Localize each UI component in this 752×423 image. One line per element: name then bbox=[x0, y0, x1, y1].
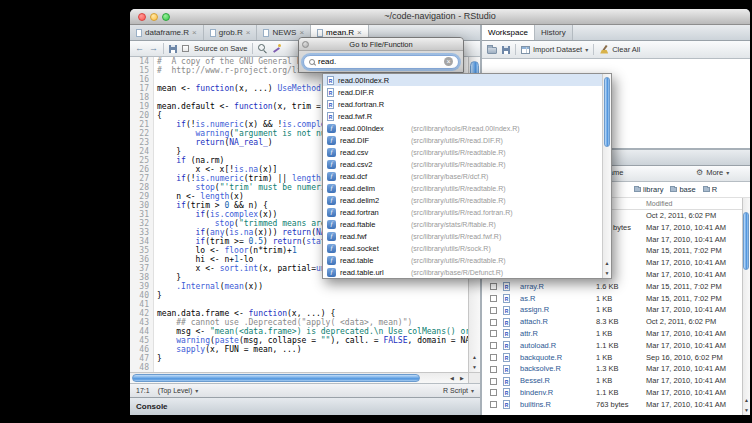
row-checkbox[interactable] bbox=[490, 283, 497, 290]
console-pane-header[interactable]: Console bbox=[130, 397, 480, 415]
close-icon[interactable]: × bbox=[192, 29, 197, 37]
file-name[interactable]: autoload.R bbox=[520, 340, 556, 352]
file-row[interactable]: Rattr.R1 KBMar 17, 2010, 10:41 AM bbox=[482, 328, 742, 340]
goto-result-function[interactable]: fread.socket(src/library/utils/R/sock.R) bbox=[323, 242, 611, 254]
modified-column-header[interactable]: Modified bbox=[646, 200, 672, 207]
forward-icon[interactable]: → bbox=[149, 44, 158, 53]
file-row[interactable]: Rbacksolve.R1.3 KBMar 17, 2010, 10:41 AM bbox=[482, 363, 742, 375]
files-vertical-scrollbar[interactable]: ▲ ▼ bbox=[742, 198, 750, 415]
goto-result-file[interactable]: Rread.00Index.R bbox=[323, 74, 611, 86]
code-line[interactable]: mean.data.frame <- function(x, ...) { bbox=[157, 309, 468, 318]
goto-search-input[interactable]: read. × bbox=[303, 55, 459, 69]
code-line[interactable] bbox=[157, 363, 468, 372]
goto-result-file[interactable]: Rread.fortran.R bbox=[323, 98, 611, 110]
code-line[interactable]: warning(paste(msg, collapse = ""), call.… bbox=[157, 336, 468, 345]
scrollbar-thumb[interactable] bbox=[604, 77, 610, 147]
file-row[interactable]: Ras.R1 KBMar 15, 2011, 7:02 PM bbox=[482, 293, 742, 305]
find-replace-icon[interactable] bbox=[258, 44, 267, 53]
goto-result-function[interactable]: fread.csv(src/library/utils/R/readtable.… bbox=[323, 146, 611, 158]
row-checkbox[interactable] bbox=[490, 354, 497, 361]
breadcrumb-segment[interactable]: library bbox=[634, 185, 663, 194]
file-row[interactable]: Rassign.R1 KBMar 17, 2010, 10:41 AM bbox=[482, 304, 742, 316]
code-line[interactable]: } bbox=[157, 291, 468, 300]
scroll-up-arrow[interactable]: ▲ bbox=[603, 258, 611, 268]
code-line[interactable]: ## cannot use .Deprecated("apply( <data>… bbox=[157, 318, 468, 327]
code-line[interactable]: sapply(x, FUN = mean, ...) bbox=[157, 345, 468, 354]
goto-result-function[interactable]: fread.dcf(src/library/base/R/dcf.R) bbox=[323, 170, 611, 182]
minimize-window-button[interactable] bbox=[150, 13, 158, 21]
file-name[interactable]: backsolve.R bbox=[520, 363, 561, 375]
close-icon[interactable]: × bbox=[357, 29, 362, 37]
goto-result-function[interactable]: fread.delim2(src/library/utils/R/readtab… bbox=[323, 194, 611, 206]
scroll-right-arrow[interactable]: ▶ bbox=[457, 373, 467, 383]
file-row[interactable]: Rattach.R8.3 KBOct 2, 2011, 6:02 PM bbox=[482, 316, 742, 328]
file-row[interactable]: Rautoload.R1.1 KBMar 17, 2010, 10:41 AM bbox=[482, 340, 742, 352]
file-row[interactable]: Rarray.R1.6 KBMar 15, 2011, 7:02 PM bbox=[482, 281, 742, 293]
goto-result-function[interactable]: fread.delim(src/library/utils/R/readtabl… bbox=[323, 182, 611, 194]
goto-result-function[interactable]: fread.DIF(src/library/utils/R/read.DIF.R… bbox=[323, 134, 611, 146]
code-line[interactable] bbox=[157, 300, 468, 309]
back-icon[interactable]: ← bbox=[135, 44, 144, 53]
file-name[interactable]: as.R bbox=[520, 293, 535, 305]
window-titlebar[interactable]: ~/code-navigation - RStudio bbox=[130, 9, 750, 25]
file-name[interactable]: attr.R bbox=[520, 328, 538, 340]
scroll-down-arrow[interactable]: ▼ bbox=[743, 405, 750, 415]
file-row[interactable]: RBessel.R1 KBMar 17, 2010, 10:41 AM bbox=[482, 375, 742, 387]
scope-selector[interactable]: (Top Level) ▾ bbox=[158, 387, 199, 394]
row-checkbox[interactable] bbox=[490, 389, 497, 396]
workspace-tab[interactable]: Workspace bbox=[482, 25, 535, 40]
close-icon[interactable]: × bbox=[299, 29, 304, 37]
file-name[interactable]: attach.R bbox=[520, 316, 548, 328]
goto-result-function[interactable]: fread.fortran(src/library/utils/R/read.f… bbox=[323, 206, 611, 218]
row-checkbox[interactable] bbox=[490, 319, 497, 326]
goto-result-function[interactable]: fread.table.url(src/library/base/R/Defun… bbox=[323, 266, 611, 278]
clear-all-button[interactable]: Clear All bbox=[599, 45, 640, 55]
breadcrumb-segment[interactable]: R bbox=[703, 185, 717, 194]
file-type-selector[interactable]: R Script ▾ bbox=[443, 387, 474, 394]
file-row[interactable]: Rbackquote.R1 KBSep 16, 2010, 6:02 PM bbox=[482, 352, 742, 364]
import-dataset-button[interactable]: Import Dataset ▾ bbox=[521, 45, 588, 54]
scroll-left-arrow[interactable]: ◀ bbox=[447, 373, 457, 383]
code-tools-icon[interactable] bbox=[272, 44, 281, 53]
scroll-down-arrow[interactable]: ▼ bbox=[603, 268, 611, 278]
code-line[interactable]: msg <- "mean(<data.frame>) is deprecated… bbox=[157, 327, 468, 336]
load-workspace-icon[interactable] bbox=[487, 47, 497, 54]
goto-result-function[interactable]: fread.table(src/library/utils/R/readtabl… bbox=[323, 254, 611, 266]
goto-popup-titlebar[interactable]: Go to File/Function bbox=[299, 38, 463, 51]
row-checkbox[interactable] bbox=[490, 307, 497, 314]
popup-close-button[interactable] bbox=[302, 41, 309, 48]
file-name[interactable]: array.R bbox=[520, 281, 544, 293]
save-workspace-icon[interactable] bbox=[502, 46, 510, 54]
file-name[interactable]: bindenv.R bbox=[520, 387, 553, 399]
row-checkbox[interactable] bbox=[490, 366, 497, 373]
scroll-up-arrow[interactable]: ▲ bbox=[469, 352, 480, 362]
save-icon[interactable] bbox=[169, 45, 177, 53]
source-on-save-checkbox[interactable] bbox=[182, 45, 189, 52]
goto-result-function[interactable]: fread.csv2(src/library/utils/R/readtable… bbox=[323, 158, 611, 170]
row-checkbox[interactable] bbox=[490, 295, 497, 302]
breadcrumb-segment[interactable]: base bbox=[670, 185, 695, 194]
workspace-tab[interactable]: History bbox=[535, 25, 573, 40]
editor-tab[interactable]: dataframe.R× bbox=[130, 25, 204, 40]
dropdown-vertical-scrollbar[interactable]: ▲ ▼ bbox=[602, 74, 611, 278]
file-name[interactable]: Bessel.R bbox=[520, 375, 550, 387]
editor-horizontal-scrollbar[interactable]: ◀ ▶ bbox=[130, 372, 468, 383]
scrollbar-thumb[interactable] bbox=[132, 374, 420, 382]
close-window-button[interactable] bbox=[138, 13, 146, 21]
code-line[interactable]: .Internal(mean(x)) bbox=[157, 282, 468, 291]
zoom-window-button[interactable] bbox=[162, 13, 170, 21]
goto-result-function[interactable]: fread.fwf(src/library/utils/R/read.fwf.R… bbox=[323, 230, 611, 242]
clear-search-icon[interactable]: × bbox=[444, 57, 453, 66]
file-name[interactable]: assign.R bbox=[520, 304, 549, 316]
more-button[interactable]: ⚙ More ▾ bbox=[696, 168, 729, 177]
goto-result-function[interactable]: fread.00Index(src/library/tools/R/read.0… bbox=[323, 122, 611, 134]
file-name[interactable]: backquote.R bbox=[520, 352, 562, 364]
scroll-down-arrow[interactable]: ▼ bbox=[469, 362, 480, 372]
file-name[interactable]: builtins.R bbox=[520, 399, 551, 411]
row-checkbox[interactable] bbox=[490, 378, 497, 385]
close-icon[interactable]: × bbox=[246, 29, 251, 37]
scroll-up-arrow[interactable]: ▲ bbox=[743, 395, 750, 405]
file-row[interactable]: Rbuiltins.R763 bytesMar 17, 2010, 10:41 … bbox=[482, 399, 742, 411]
row-checkbox[interactable] bbox=[490, 401, 497, 408]
goto-result-file[interactable]: Rread.fwf.R bbox=[323, 110, 611, 122]
